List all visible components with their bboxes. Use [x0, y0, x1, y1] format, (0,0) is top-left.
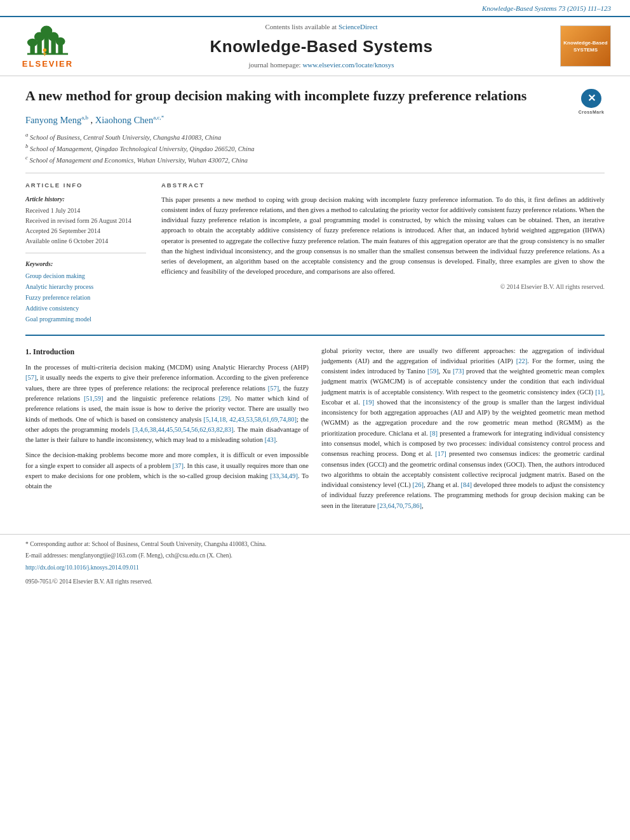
section1-heading: 1. Introduction	[25, 346, 309, 358]
affiliations-block: a School of Business, Central South Univ…	[25, 131, 605, 166]
corresponding-author-note: * Corresponding author at: School of Bus…	[25, 540, 605, 549]
journal-header: ELSEVIER Contents lists available at Sci…	[0, 16, 630, 76]
ref-29[interactable]: [29]	[218, 395, 230, 402]
body-para3: global priority vector, there are usuall…	[321, 346, 605, 511]
journal-homepage: journal homepage: www.elsevier.com/locat…	[83, 60, 560, 70]
email-note: E-mail addresses: mengfanyongtjie@163.co…	[25, 551, 605, 560]
ref-17[interactable]: [17]	[435, 450, 446, 457]
elsevier-wordmark: ELSEVIER	[22, 58, 73, 70]
journal-cover-image: Knowledge-BasedSYSTEMS	[561, 26, 610, 66]
author1-link[interactable]: Fanyong Menga,b	[25, 115, 91, 125]
article-meta-section: ARTICLE INFO Article history: Received 1…	[25, 181, 605, 324]
received-date: Received 1 July 2014	[25, 206, 146, 216]
crossmark-label: CrossMark	[579, 109, 605, 115]
body-columns: 1. Introduction In the processes of mult…	[25, 346, 605, 516]
affiliation-c: c School of Management and Economics, Wu…	[25, 154, 605, 165]
elsevier-logo: ELSEVIER	[22, 22, 73, 70]
article-history-label: Article history:	[25, 195, 146, 204]
crossmark-icon: ✕	[587, 91, 596, 105]
elsevier-logo-area: ELSEVIER	[13, 22, 83, 70]
crossmark-circle: ✕	[581, 89, 601, 109]
ref-5159[interactable]: [51,59]	[84, 395, 104, 402]
keyword-5[interactable]: Goal programming model	[25, 314, 146, 324]
keywords-list: Group decision making Analytic hierarchy…	[25, 270, 146, 324]
svg-rect-9	[58, 44, 62, 55]
main-content-area: A new method for group decision making w…	[0, 76, 630, 529]
journal-cover-logo: Knowledge-BasedSYSTEMS	[560, 25, 611, 67]
ref-57a[interactable]: [57]	[25, 374, 37, 381]
issn-copyright: 0950-7051/© 2014 Elsevier B.V. All right…	[25, 578, 152, 585]
authors-line: Fanyong Menga,b , Xiaohong Chena,c,*	[25, 114, 605, 126]
body-section-divider	[25, 335, 605, 336]
abstract-label: ABSTRACT	[161, 181, 605, 189]
footer-area: * Corresponding author at: School of Bus…	[0, 534, 630, 593]
journal-ref-text: Knowledge-Based Systems 73 (2015) 111–12…	[482, 4, 611, 12]
ref-37[interactable]: [37]	[173, 462, 184, 469]
ref-73[interactable]: [73]	[453, 368, 464, 375]
ref-8[interactable]: [8]	[430, 430, 438, 437]
body-col-left: 1. Introduction In the processes of mult…	[25, 346, 309, 516]
article-dates: Received 1 July 2014 Received in revised…	[25, 206, 146, 246]
abstract-panel: ABSTRACT This paper presents a new metho…	[161, 181, 605, 324]
keyword-2[interactable]: Analytic hierarchy process	[25, 281, 146, 292]
sciencedirect-link[interactable]: ScienceDirect	[338, 23, 378, 30]
journal-title: Knowledge-Based Systems	[83, 35, 560, 58]
keyword-3[interactable]: Fuzzy preference relation	[25, 292, 146, 303]
footer-links: http://dx.doi.org/10.1016/j.knosys.2014.…	[25, 564, 605, 572]
aff-c-sup: c	[25, 154, 28, 161]
section-divider-1	[25, 173, 605, 173]
body-para2: Since the decision-making problems becom…	[25, 450, 309, 491]
keyword-4[interactable]: Additive consistency	[25, 303, 146, 314]
ref-237086[interactable]: [23,64,70,75,86]	[377, 502, 422, 509]
journal-reference-bar: Knowledge-Based Systems 73 (2015) 111–12…	[0, 0, 630, 16]
ref-59[interactable]: [59]	[427, 368, 439, 375]
ref-consa[interactable]: [5,14,18, 42,43,53,58,61,69,74,80]	[203, 416, 297, 423]
crossmark-badge[interactable]: ✕ CrossMark	[578, 89, 605, 116]
svg-rect-10	[27, 53, 68, 55]
contents-available-line: Contents lists available at ScienceDirec…	[83, 22, 560, 32]
svg-rect-1	[37, 40, 41, 55]
ref-22[interactable]: [22]	[516, 357, 528, 364]
elsevier-tree-icon	[22, 22, 73, 57]
available-date: Available online 6 October 2014	[25, 236, 146, 246]
affiliation-b: b School of Management, Qingdao Technolo…	[25, 142, 605, 154]
affiliation-a: a School of Business, Central South Univ…	[25, 131, 605, 142]
body-col-right: global priority vector, there are usuall…	[321, 346, 605, 516]
svg-rect-0	[30, 46, 34, 55]
ref-43[interactable]: [43]	[265, 436, 276, 443]
ref-19[interactable]: [19]	[363, 399, 374, 406]
keywords-label: Keywords:	[25, 260, 146, 269]
ref-26[interactable]: [26]	[413, 481, 424, 488]
copyright-line: © 2014 Elsevier B.V. All rights reserved…	[161, 283, 605, 291]
aff-b-sup: b	[25, 143, 28, 149]
article-title-text: A new method for group decision making w…	[25, 88, 526, 103]
info-divider	[25, 253, 146, 253]
author2-link[interactable]: Xiaohong Chena,c,*	[95, 115, 164, 125]
doi-link[interactable]: http://dx.doi.org/10.1016/j.knosys.2014.…	[25, 564, 139, 572]
svg-point-11	[43, 49, 47, 53]
accepted-date: Accepted 26 September 2014	[25, 226, 146, 236]
article-info-panel: ARTICLE INFO Article history: Received 1…	[25, 181, 146, 324]
article-info-label: ARTICLE INFO	[25, 181, 146, 189]
ref-333449[interactable]: [33,34,49]	[270, 472, 298, 479]
aff-a-sup: a	[25, 131, 28, 138]
ref-prog[interactable]: [3,4,6,38,44,45,50,54,56,62,63,82,83]	[132, 426, 233, 433]
revised-date: Received in revised form 26 August 2014	[25, 216, 146, 226]
ref-57b[interactable]: [57]	[268, 385, 279, 392]
svg-rect-8	[51, 40, 55, 55]
body-para1: In the processes of multi-criteria decis…	[25, 363, 309, 445]
article-title-area: A new method for group decision making w…	[25, 86, 605, 105]
journal-center: Contents lists available at ScienceDirec…	[83, 22, 560, 70]
homepage-link[interactable]: www.elsevier.com/locate/knosys	[302, 61, 394, 69]
ref-84[interactable]: [84]	[460, 481, 472, 488]
ref-1[interactable]: [1]	[595, 389, 603, 396]
svg-point-7	[56, 37, 65, 46]
abstract-text: This paper presents a new method to copi…	[161, 195, 605, 277]
keyword-1[interactable]: Group decision making	[25, 270, 146, 281]
